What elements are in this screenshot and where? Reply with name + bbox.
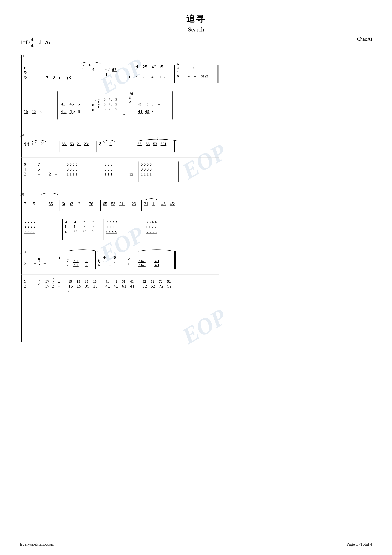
svg-text:321: 321 <box>161 142 166 146</box>
svg-text:4: 4 <box>92 67 94 72</box>
svg-text:1  1  1: 1 1 1 <box>105 172 113 176</box>
site-url: EveryonePiano.com <box>20 542 54 547</box>
svg-text:3: 3 <box>157 137 158 140</box>
svg-text:15: 15 <box>77 279 80 284</box>
svg-text:–: – <box>187 74 190 78</box>
svg-text:2: 2 <box>38 282 40 286</box>
svg-text:5: 5 <box>115 107 117 111</box>
svg-text:45: 45 <box>145 102 149 106</box>
svg-text:4̣1̣: 4̣1̣ <box>130 284 135 288</box>
svg-text:4̣·: 4̣· <box>103 256 106 260</box>
svg-text:6  6  6: 6 6 6 <box>105 162 113 167</box>
svg-text:2343: 2343 <box>138 263 146 267</box>
page: EOP EOP EOP EOP 追寻 Search 1=D 4 4 ♩=76 C… <box>0 0 392 555</box>
svg-text:53: 53 <box>153 142 157 146</box>
key-signature: 1=D 4 4 <box>20 36 34 49</box>
svg-text:5·: 5· <box>24 70 27 75</box>
svg-text:3: 3 <box>81 247 82 251</box>
svg-text:3·: 3· <box>24 75 27 80</box>
svg-text:(9): (9) <box>20 192 24 196</box>
svg-text:35: 35 <box>85 279 88 284</box>
svg-text:2̣·: 2̣· <box>128 257 131 261</box>
svg-text:6: 6 <box>65 230 67 234</box>
svg-text:i̇: i̇ <box>81 76 83 81</box>
svg-text:5  5  5  5: 5 5 5 5 <box>106 230 117 234</box>
svg-text:–: – <box>124 142 127 146</box>
svg-text:7: 7 <box>24 201 26 206</box>
svg-text:4: 4 <box>177 66 179 70</box>
svg-text:–: – <box>117 142 119 146</box>
svg-text:52: 52 <box>167 279 171 284</box>
svg-text:–: – <box>43 261 46 265</box>
svg-text:6: 6 <box>24 162 26 167</box>
svg-text:2·: 2· <box>128 261 130 265</box>
svg-text:65: 65 <box>103 201 107 206</box>
svg-text:6: 6 <box>151 102 153 106</box>
svg-text:5̣: 5̣ <box>38 258 40 262</box>
tempo: ♩=76 <box>39 39 50 46</box>
svg-text:3  3  3  3: 3 3 3 3 <box>141 167 152 171</box>
svg-text:21·: 21· <box>119 201 125 206</box>
svg-text:5: 5 <box>38 278 40 282</box>
svg-text:5̣2̣: 5̣2̣ <box>151 284 155 288</box>
svg-text:2̇: 2̇ <box>41 141 44 146</box>
title-section: 追寻 Search <box>20 13 372 33</box>
svg-text:21: 21 <box>144 201 148 206</box>
svg-text:5̣2̣: 5̣2̣ <box>143 284 147 288</box>
svg-text:–: – <box>194 74 196 78</box>
svg-text:1̣: 1̣ <box>104 142 106 146</box>
svg-text:–: – <box>58 280 60 284</box>
svg-text:5: 5 <box>115 102 117 106</box>
svg-text:7: 7 <box>92 225 94 229</box>
svg-text:6: 6 <box>104 107 106 111</box>
svg-text:–: – <box>38 172 40 176</box>
svg-text:2̇: 2̇ <box>53 75 56 80</box>
svg-text:53: 53 <box>85 259 88 263</box>
svg-text:1: 1 <box>177 70 179 74</box>
svg-text:i̇3: i̇3 <box>70 201 73 206</box>
svg-text:4: 4 <box>74 220 76 224</box>
svg-text:76: 76 <box>109 107 112 111</box>
footer: EveryonePiano.com Page 1 /Total 4 <box>20 542 372 547</box>
svg-text:5: 5 <box>52 276 54 280</box>
svg-text:56: 56 <box>146 142 150 146</box>
svg-text:2: 2 <box>83 220 85 224</box>
svg-text:1̣5̣: 1̣5̣ <box>77 284 81 288</box>
svg-text:–: – <box>158 102 160 106</box>
svg-text:53: 53 <box>85 263 88 267</box>
svg-text:2̣: 2̣ <box>49 172 51 176</box>
svg-text:♯5: ♯5 <box>74 230 77 233</box>
svg-text:7 1: 7 1 <box>135 75 140 79</box>
svg-text:1  1  1  1: 1 1 1 1 <box>67 172 78 176</box>
svg-text:7: 7 <box>67 263 69 267</box>
svg-text:5: 5 <box>24 261 26 265</box>
svg-text:0: 0 <box>92 108 94 112</box>
svg-text:53: 53 <box>70 142 74 146</box>
svg-text:43: 43 <box>161 201 166 206</box>
svg-text:35·: 35· <box>62 142 67 146</box>
svg-text:5: 5 <box>115 97 117 101</box>
svg-text:i̇5̣: i̇5̣ <box>160 65 163 69</box>
svg-text:4: 4 <box>24 167 26 171</box>
svg-text:1̣5̣: 1̣5̣ <box>68 284 73 288</box>
svg-text:45·: 45· <box>170 201 175 206</box>
svg-text:(5): (5) <box>20 133 24 137</box>
svg-text:3  3  3  3: 3 3 3 3 <box>24 225 35 229</box>
svg-text:6: 6 <box>151 110 153 114</box>
svg-text:i̇·: i̇· <box>58 263 61 267</box>
svg-text:15: 15 <box>68 279 72 284</box>
svg-text:♯6: ♯6 <box>129 91 133 95</box>
svg-text:1: 1 <box>105 72 107 77</box>
svg-text:12: 12 <box>32 109 36 114</box>
svg-text:6: 6 <box>78 109 80 114</box>
svg-text:3  3  4  4: 3 3 4 4 <box>146 220 157 224</box>
svg-text:6: 6 <box>78 102 80 106</box>
svg-text:12: 12 <box>129 172 133 176</box>
svg-text:76: 76 <box>89 201 93 206</box>
svg-text:57: 57 <box>45 284 49 288</box>
svg-text:3  3  3: 3 3 3 <box>105 167 113 171</box>
svg-text:61: 61 <box>122 279 125 284</box>
svg-text:4̣3̣: 4̣3̣ <box>24 141 29 146</box>
svg-text:2̣: 2̣ <box>24 284 26 288</box>
svg-text:6: 6 <box>114 259 115 263</box>
